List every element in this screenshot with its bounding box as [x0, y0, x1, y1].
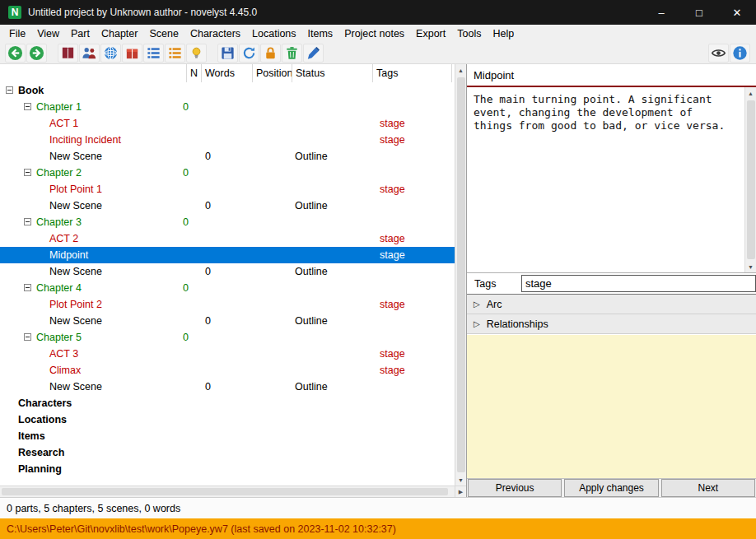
scene-description-box[interactable]: The main turning point. A significant ev…: [467, 87, 756, 273]
tree-row[interactable]: New Scene0Outline: [0, 148, 455, 165]
apply-changes-button[interactable]: Apply changes: [564, 479, 658, 497]
refresh-icon[interactable]: [239, 44, 259, 63]
expander-icon[interactable]: [24, 169, 31, 176]
menu-chapter[interactable]: Chapter: [96, 25, 143, 43]
scroll-down-icon[interactable]: ▼: [745, 261, 756, 272]
close-button[interactable]: ✕: [718, 0, 756, 25]
tree-row-label: Plot Point 2: [49, 296, 102, 313]
tree-row[interactable]: New Scene0Outline: [0, 263, 455, 280]
column-header-tags[interactable]: Tags: [372, 64, 452, 82]
menu-file[interactable]: File: [3, 25, 31, 43]
tree-row[interactable]: Chapter 20: [0, 165, 455, 181]
tree-row[interactable]: ACT 1stage: [0, 115, 455, 132]
tree-row[interactable]: Chapter 50: [0, 329, 455, 346]
scroll-right-icon[interactable]: ▶: [455, 486, 466, 497]
menu-scene[interactable]: Scene: [143, 25, 184, 43]
tree-row[interactable]: Research: [0, 444, 455, 461]
plot-list-icon[interactable]: [165, 44, 185, 63]
tree-row[interactable]: Chapter 10: [0, 99, 455, 115]
scrollbar-thumb[interactable]: [457, 77, 465, 472]
toggle-properties-icon[interactable]: [708, 44, 729, 63]
info-icon[interactable]: [730, 44, 750, 63]
menu-items[interactable]: Items: [302, 25, 339, 43]
scene-description-text[interactable]: The main turning point. A significant ev…: [467, 87, 735, 138]
tree-row[interactable]: Plot Point 1stage: [0, 181, 455, 197]
menu-characters[interactable]: Characters: [184, 25, 246, 43]
tree-row[interactable]: Characters: [0, 395, 455, 411]
scroll-down-icon[interactable]: ▼: [455, 474, 467, 486]
save-icon[interactable]: [217, 44, 238, 63]
tree-row[interactable]: ACT 2stage: [0, 230, 455, 247]
tree-row[interactable]: New Scene0Outline: [0, 197, 455, 214]
tree-body: BookChapter 10ACT 1stageInciting Inciden…: [0, 82, 455, 486]
tree-row[interactable]: New Scene0Outline: [0, 379, 455, 395]
expander-icon[interactable]: [6, 86, 13, 94]
menu-view[interactable]: View: [31, 25, 65, 43]
collapse-arrow-icon[interactable]: ▷: [474, 300, 480, 309]
scene-list-icon[interactable]: [143, 44, 164, 63]
minimize-button[interactable]: –: [642, 0, 680, 25]
tree-row-label: Chapter 1: [36, 99, 82, 115]
menu-part[interactable]: Part: [65, 25, 96, 43]
expander-icon[interactable]: [24, 284, 31, 291]
trash-icon[interactable]: [282, 44, 302, 63]
menu-help[interactable]: Help: [487, 25, 520, 43]
tree-row[interactable]: Climaxstage: [0, 362, 455, 379]
section-arc[interactable]: ▷ Arc: [467, 295, 756, 314]
words-cell: 0: [183, 329, 189, 346]
tree-row[interactable]: Chapter 40: [0, 280, 455, 296]
edit-icon[interactable]: [303, 44, 324, 63]
scrollbar-track[interactable]: [745, 99, 756, 261]
project-notes-icon[interactable]: [186, 44, 207, 63]
tags-input[interactable]: [521, 275, 756, 292]
section-relationships[interactable]: ▷ Relationships: [467, 314, 756, 334]
go-forward-icon[interactable]: [26, 44, 47, 63]
book-icon[interactable]: [58, 44, 78, 63]
scroll-up-icon[interactable]: ▲: [745, 87, 756, 99]
column-header-words[interactable]: Words: [201, 64, 252, 82]
tree-row[interactable]: Plot Point 2stage: [0, 296, 455, 313]
previous-button[interactable]: Previous: [468, 479, 562, 497]
maximize-button[interactable]: □: [680, 0, 718, 25]
expander-icon[interactable]: [24, 218, 31, 225]
tree-row[interactable]: Items: [0, 428, 455, 444]
tree-row-label: Characters: [18, 395, 72, 411]
tags-cell: stage: [380, 132, 405, 148]
column-header-status[interactable]: Status: [292, 64, 372, 82]
tree-row[interactable]: Book: [0, 82, 455, 99]
lock-icon[interactable]: [260, 44, 281, 63]
menu-export[interactable]: Export: [410, 25, 451, 43]
project-tree-panel: NWordsPositionStatusTags BookChapter 10A…: [0, 64, 466, 497]
next-button[interactable]: Next: [661, 479, 755, 497]
tree-vertical-scrollbar[interactable]: ▲ ▼: [455, 64, 466, 486]
characters-icon[interactable]: [79, 44, 100, 63]
scrollbar-track[interactable]: [455, 76, 467, 474]
go-back-icon[interactable]: [5, 44, 26, 63]
collapse-arrow-icon[interactable]: ▷: [474, 320, 480, 328]
items-icon[interactable]: [122, 44, 142, 63]
scroll-up-icon[interactable]: ▲: [455, 64, 467, 76]
menu-locations[interactable]: Locations: [246, 25, 302, 43]
notes-textarea[interactable]: [467, 334, 756, 479]
scrollbar-thumb[interactable]: [747, 100, 755, 259]
locations-icon[interactable]: [100, 44, 121, 63]
menu-tools[interactable]: Tools: [451, 25, 487, 43]
tree-row[interactable]: Locations: [0, 411, 455, 428]
scrollbar-thumb[interactable]: [2, 488, 448, 495]
menu-project-notes[interactable]: Project notes: [338, 25, 410, 43]
window-title: Untitled project by Unknown author - nov…: [28, 7, 642, 18]
tree-horizontal-scrollbar[interactable]: [0, 486, 455, 497]
tree-row[interactable]: ACT 3stage: [0, 346, 455, 362]
column-header-n[interactable]: N: [186, 64, 201, 82]
tree-row[interactable]: Inciting Incidentstage: [0, 132, 455, 148]
description-scrollbar[interactable]: ▲ ▼: [744, 87, 756, 272]
expander-icon[interactable]: [24, 103, 31, 110]
tree-row[interactable]: Midpointstage: [0, 247, 455, 263]
tree-row[interactable]: Chapter 30: [0, 214, 455, 230]
tree-row[interactable]: Planning: [0, 461, 455, 477]
expander-icon[interactable]: [24, 333, 31, 341]
column-header-position[interactable]: Position: [252, 64, 292, 82]
tags-cell: stage: [380, 296, 405, 313]
tree-row[interactable]: New Scene0Outline: [0, 313, 455, 329]
status-cell: Outline: [295, 148, 328, 165]
